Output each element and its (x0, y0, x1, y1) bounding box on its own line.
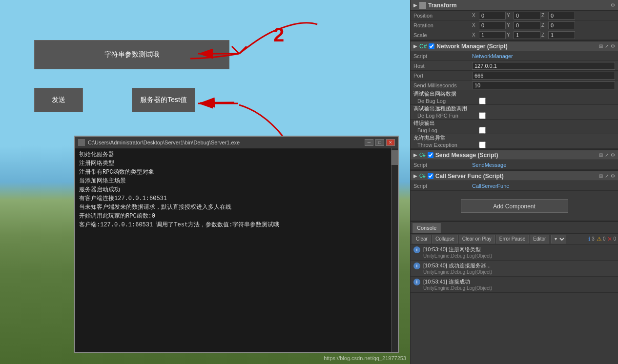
nm-debugnet-grouplabel: 调试输出网络数据 (413, 90, 472, 98)
nm-script-value[interactable]: NetworkManager (472, 53, 513, 59)
scale-z-label: Z (541, 32, 547, 38)
console-tab[interactable]: Console (412, 223, 441, 233)
rotation-y-input[interactable] (514, 21, 540, 29)
log-entry-1[interactable]: i [10:53:40] 注册网络类型 UnityEngine.Debug:Lo… (411, 244, 618, 261)
nm-port-row: Port (411, 71, 618, 81)
log-sub-2: UnityEngine.Debug:Log(Object) (423, 269, 615, 275)
nm-throwex-checkbox[interactable] (479, 142, 486, 148)
console-content: 初始化服务器 注册网络类型 注册带有RPC函数的类型对象 当添加网络主场景 服务… (75, 148, 398, 352)
console-window-controls: ─ □ ✕ (365, 139, 395, 146)
send-button[interactable]: 发送 (34, 88, 83, 112)
console-line: 注册带有RPC函数的类型对象 (79, 168, 387, 177)
sm-settings-icon[interactable]: ⚙ (611, 152, 615, 158)
close-button[interactable]: ✕ (386, 139, 395, 146)
scrollbar-thumb[interactable] (391, 150, 398, 165)
csf-title: Call Server Func (Script) (435, 173, 597, 180)
clear-button[interactable]: Clear (412, 235, 431, 243)
nm-settings-icon[interactable]: ⚙ (611, 43, 615, 49)
nm-sendms-input[interactable] (472, 81, 615, 89)
watermark: https://blog.csdn.net/qq_21977253 (324, 355, 406, 361)
sm-icon2[interactable]: ↗ (605, 152, 609, 158)
position-x-label: X (472, 13, 478, 18)
network-manager-section: ▶ C# Network Manager (Script) ⊞ ↗ ⚙ Scri… (411, 40, 618, 149)
error-pause-button[interactable]: Error Pause (496, 235, 529, 243)
nm-buglog-grouplabel: 错误输出 (413, 120, 472, 127)
log-sub-3: UnityEngine.Debug:Log(Object) (423, 285, 615, 291)
add-component-button[interactable]: Add Component (461, 199, 568, 213)
position-y-input[interactable] (514, 12, 540, 20)
rotation-row: Rotation X Y Z (411, 20, 618, 30)
string-param-button[interactable]: 字符串参数测试哦 (34, 40, 229, 69)
csf-expand-arrow[interactable]: ▶ (413, 173, 417, 179)
nm-throwex-label: Throw Exception (417, 142, 476, 148)
sm-icon1[interactable]: ⊞ (599, 152, 603, 158)
log-icon-3: i (413, 279, 420, 285)
nm-debuglog-checkbox[interactable] (479, 98, 486, 104)
log-count: 3 (592, 236, 595, 242)
sm-expand-arrow[interactable]: ▶ (413, 152, 417, 158)
console-line: 当添加网络主场景 (79, 177, 387, 185)
nm-enabled-checkbox[interactable] (429, 43, 434, 49)
log-text-2: [10:53:40] 成功连接服务器... UnityEngine.Debug:… (423, 262, 615, 275)
inspector-panel: ▶ Transform ⚙ Position X Y Z (410, 0, 618, 364)
log-entry-3[interactable]: i [10:53:41] 连接成功 UnityEngine.Debug:Log(… (411, 277, 618, 293)
editor-dropdown[interactable]: ▾ (551, 235, 566, 243)
maximize-button[interactable]: □ (375, 139, 384, 146)
nm-icon2[interactable]: ↗ (605, 43, 609, 49)
csf-settings-icon[interactable]: ⚙ (611, 173, 615, 179)
log-sub-1: UnityEngine.Debug:Log(Object) (423, 253, 615, 259)
nm-expand-arrow[interactable]: ▶ (413, 43, 417, 49)
nm-debugrpc-grouplabel: 调试输出远程函数调用 (413, 105, 472, 112)
position-z-input[interactable] (548, 12, 575, 20)
minimize-button[interactable]: ─ (365, 139, 373, 146)
csf-icon2[interactable]: ↗ (605, 173, 609, 179)
csf-icon1[interactable]: ⊞ (599, 173, 603, 179)
clear-on-play-button[interactable]: Clear on Play (459, 235, 495, 243)
position-y-label: Y (507, 13, 513, 18)
log-count-badge: ℹ 3 (588, 236, 595, 243)
sm-enabled-checkbox[interactable] (428, 152, 433, 158)
console-window: C:\Users\Administrator\Desktop\Server1\b… (74, 136, 399, 353)
console-scrollbar[interactable] (391, 148, 398, 352)
warning-count-badge: ⚠ 0 (597, 236, 606, 243)
collapse-button[interactable]: Collapse (432, 235, 458, 243)
nm-host-input[interactable] (472, 62, 615, 70)
nm-buglog-checkbox[interactable] (479, 127, 486, 134)
sm-script-value[interactable]: SendMessage (472, 162, 506, 168)
position-x-input[interactable] (479, 12, 506, 20)
editor-button[interactable]: Editor (530, 235, 549, 243)
bottom-console: Console Clear Collapse Clear on Play Err… (411, 221, 618, 293)
sm-script-row: Script SendMessage (411, 160, 618, 170)
rotation-z-input[interactable] (548, 21, 575, 29)
scale-z-input[interactable] (548, 31, 575, 39)
console-text-area[interactable]: 初始化服务器 注册网络类型 注册带有RPC函数的类型对象 当添加网络主场景 服务… (75, 148, 391, 352)
csf-script-value[interactable]: CallServerFunc (472, 183, 509, 189)
csf-enabled-checkbox[interactable] (428, 173, 433, 179)
transform-settings-icon[interactable]: ⚙ (611, 2, 615, 8)
nm-port-input[interactable] (472, 72, 615, 80)
log-entries: i [10:53:40] 注册网络类型 UnityEngine.Debug:Lo… (411, 244, 618, 293)
nm-debugrpc-row: 调试输出远程函数调用 De Log RPC Fun (411, 105, 618, 120)
transform-title: Transform (428, 2, 609, 9)
console-title-text: C:\Users\Administrator\Desktop\Server1\b… (88, 140, 365, 145)
server-test-button[interactable]: 服务器的Test值 (132, 88, 195, 112)
scale-label: Scale (413, 32, 472, 38)
transform-section: ▶ Transform ⚙ Position X Y Z (411, 0, 618, 40)
nm-host-row: Host (411, 61, 618, 71)
transform-header: ▶ Transform ⚙ (411, 0, 618, 11)
rotation-x-input[interactable] (479, 21, 506, 29)
log-text-3: [10:53:41] 连接成功 UnityEngine.Debug:Log(Ob… (423, 278, 615, 291)
rotation-y-label: Y (507, 22, 513, 28)
position-y-group: Y (507, 12, 540, 20)
transform-expand-arrow[interactable]: ▶ (413, 2, 417, 8)
nm-throwex-row: 允许抛出异常 Throw Exception (411, 134, 618, 149)
console-line: 初始化服务器 (79, 150, 387, 159)
nm-icon1[interactable]: ⊞ (599, 43, 603, 49)
log-entry-2[interactable]: i [10:53:40] 成功连接服务器... UnityEngine.Debu… (411, 261, 618, 277)
nm-port-label: Port (413, 73, 472, 79)
nm-title: Network Manager (Script) (436, 43, 597, 50)
scale-x-input[interactable] (479, 31, 506, 39)
nm-debugrpc-checkbox[interactable] (479, 112, 486, 119)
scale-y-input[interactable] (514, 31, 540, 39)
rotation-values: X Y Z (472, 21, 615, 29)
